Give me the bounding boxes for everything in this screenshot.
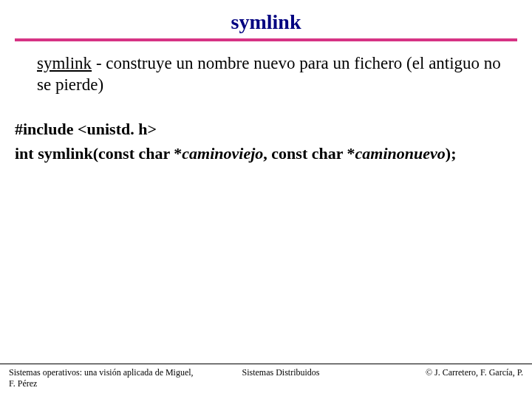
include-line: #include <unistd. h> [15,117,517,141]
proto-prefix: int symlink(const char * [15,144,182,163]
footer: Sistemas operativos: una visión aplicada… [0,364,532,390]
proto-arg2: caminonuevo [355,144,446,163]
footer-right: © J. Carretero, F. García, P. [361,367,523,390]
proto-arg1: caminoviejo [182,144,263,163]
description-line: symlink - construye un nombre nuevo para… [37,53,510,96]
description-text: - construye un nombre nuevo para un fich… [37,54,501,94]
footer-mid: Sistemas Distribuidos [201,367,361,390]
proto-suffix: ); [446,144,457,163]
title-rule [15,38,517,41]
proto-mid: , const char * [263,144,355,163]
function-name: symlink [37,54,92,72]
footer-left: Sistemas operativos: una visión aplicada… [9,367,201,390]
code-block: #include <unistd. h> int symlink(const c… [15,117,517,166]
prototype-line: int symlink(const char *caminoviejo, con… [15,141,517,166]
slide: symlink symlink - construye un nombre nu… [0,0,532,399]
page-title: symlink [15,10,517,34]
